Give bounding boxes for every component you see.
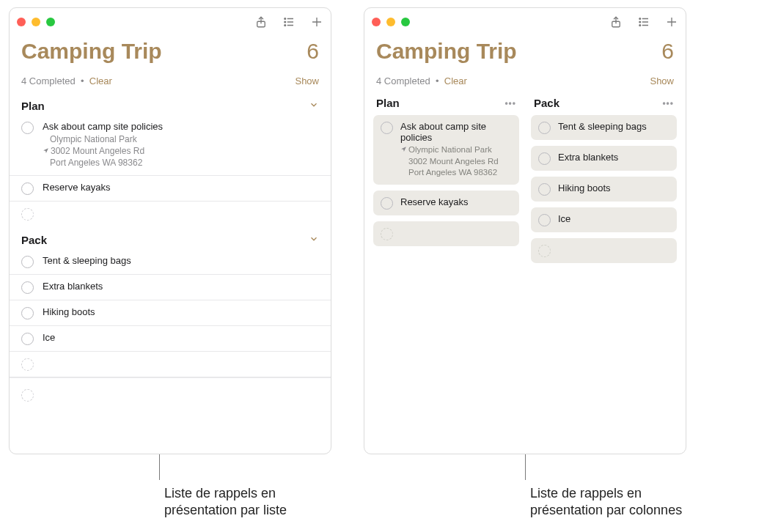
checkbox-circle[interactable] — [21, 333, 34, 345]
chevron-down-icon[interactable] — [309, 100, 319, 112]
more-icon[interactable]: ••• — [662, 98, 674, 108]
new-section-placeholder[interactable] — [10, 377, 331, 413]
location-icon — [400, 144, 407, 156]
reminder-title: Ice — [43, 332, 55, 343]
reminder-card[interactable]: Tent & sleeping bags — [531, 115, 677, 140]
clear-link[interactable]: Clear — [444, 75, 467, 86]
reminder-card[interactable]: Ice — [531, 207, 677, 232]
svg-point-5 — [285, 25, 286, 26]
close-icon[interactable] — [372, 18, 381, 26]
checkbox-circle[interactable] — [21, 182, 34, 195]
traffic-lights — [17, 18, 55, 26]
section-header-plan[interactable]: Plan — [10, 97, 331, 115]
new-reminder-placeholder[interactable] — [10, 202, 331, 231]
completed-count: 4 Completed — [21, 75, 76, 86]
svg-point-10 — [639, 18, 641, 20]
svg-point-14 — [639, 25, 641, 26]
maximize-icon[interactable] — [401, 18, 410, 26]
list-header: Camping Trip 6 4 Completed • Clear Show — [10, 36, 331, 91]
reminder-title: Tent & sleeping bags — [558, 121, 647, 132]
list-count: 6 — [661, 39, 674, 64]
new-reminder-placeholder[interactable] — [531, 238, 677, 263]
new-reminder-placeholder[interactable] — [373, 221, 519, 246]
reminder-title: Extra blankets — [43, 281, 103, 292]
add-icon[interactable] — [665, 15, 678, 29]
view-options-icon[interactable] — [282, 15, 296, 29]
checkbox-circle-placeholder[interactable] — [21, 358, 34, 371]
show-link[interactable]: Show — [650, 75, 674, 86]
maximize-icon[interactable] — [46, 18, 55, 26]
reminder-row[interactable]: Reserve kayaks — [10, 176, 331, 202]
completed-count: 4 Completed — [376, 75, 430, 86]
chevron-down-icon[interactable] — [309, 234, 319, 246]
reminder-card[interactable]: Ask about camp site policies Olympic Nat… — [373, 115, 519, 185]
reminder-title: Hiking boots — [43, 306, 95, 317]
list-header: Camping Trip 6 4 Completed • Clear Show — [364, 36, 686, 91]
reminder-title: Tent & sleeping bags — [43, 255, 131, 266]
share-icon[interactable] — [254, 15, 268, 29]
reminder-title: Ask about camp site policies — [400, 121, 512, 143]
new-reminder-placeholder[interactable] — [10, 352, 331, 377]
share-icon[interactable] — [609, 15, 623, 29]
titlebar — [10, 8, 331, 36]
reminder-title: Extra blankets — [558, 152, 618, 163]
show-link[interactable]: Show — [295, 75, 319, 86]
checkbox-circle[interactable] — [381, 197, 393, 210]
section-title: Pack — [21, 234, 47, 246]
section-header-pack[interactable]: Pack — [10, 231, 331, 249]
close-icon[interactable] — [17, 18, 26, 26]
checkbox-circle-placeholder[interactable] — [21, 208, 34, 221]
traffic-lights — [372, 18, 410, 26]
reminder-row[interactable]: Ask about camp site policies Olympic Nat… — [10, 115, 331, 176]
reminder-row[interactable]: Ice — [10, 326, 331, 352]
callout-tick — [525, 454, 526, 480]
reminder-title: Ice — [558, 213, 570, 224]
reminder-row[interactable]: Tent & sleeping bags — [10, 249, 331, 275]
reminders-window-column-view: Camping Trip 6 4 Completed • Clear Show … — [364, 7, 686, 454]
checkbox-circle-placeholder[interactable] — [21, 389, 34, 402]
column-plan: Plan ••• Ask about camp site policies Ol… — [373, 97, 519, 269]
reminders-window-list-view: Camping Trip 6 4 Completed • Clear Show … — [9, 7, 331, 454]
checkbox-circle[interactable] — [21, 122, 34, 134]
svg-point-1 — [285, 18, 286, 20]
clear-link[interactable]: Clear — [89, 75, 112, 86]
svg-point-12 — [639, 21, 641, 23]
view-options-icon[interactable] — [637, 15, 650, 29]
reminder-row[interactable]: Extra blankets — [10, 275, 331, 300]
location-icon — [43, 145, 49, 157]
reminder-card[interactable]: Reserve kayaks — [373, 191, 519, 215]
column-title: Plan — [376, 97, 400, 109]
more-icon[interactable]: ••• — [504, 98, 516, 108]
completed-summary: 4 Completed • Clear — [376, 75, 467, 86]
caption-list-view: Liste de rappels en présentation par lis… — [9, 454, 331, 520]
svg-point-3 — [285, 21, 286, 23]
reminder-title: Hiking boots — [558, 182, 611, 193]
reminder-row[interactable]: Hiking boots — [10, 300, 331, 326]
column-pack: Pack ••• Tent & sleeping bags Extra blan… — [531, 97, 677, 269]
checkbox-circle-placeholder[interactable] — [538, 245, 551, 257]
minimize-icon[interactable] — [32, 18, 40, 26]
columns-body: Plan ••• Ask about camp site policies Ol… — [364, 91, 686, 269]
checkbox-circle[interactable] — [538, 122, 551, 134]
section-title: Plan — [21, 100, 45, 112]
callout-tick — [159, 454, 160, 480]
reminder-location: Olympic National Park 3002 Mount Angeles… — [400, 144, 512, 179]
checkbox-circle[interactable] — [538, 214, 551, 226]
reminder-title: Ask about camp site policies — [43, 121, 163, 132]
checkbox-circle-placeholder[interactable] — [381, 228, 393, 240]
checkbox-circle[interactable] — [381, 122, 393, 134]
reminder-card[interactable]: Extra blankets — [531, 146, 677, 171]
checkbox-circle[interactable] — [21, 281, 34, 294]
reminder-title: Reserve kayaks — [43, 182, 110, 193]
checkbox-circle[interactable] — [538, 152, 551, 165]
checkbox-circle[interactable] — [538, 183, 551, 196]
column-header-plan: Plan ••• — [373, 97, 519, 115]
captions: Liste de rappels en présentation par lis… — [9, 454, 769, 520]
add-icon[interactable] — [310, 15, 323, 29]
checkbox-circle[interactable] — [21, 256, 34, 268]
reminder-card[interactable]: Hiking boots — [531, 177, 677, 202]
checkbox-circle[interactable] — [21, 307, 34, 319]
minimize-icon[interactable] — [386, 18, 395, 26]
reminder-title: Reserve kayaks — [400, 196, 468, 207]
list-title: Camping Trip — [376, 39, 517, 64]
